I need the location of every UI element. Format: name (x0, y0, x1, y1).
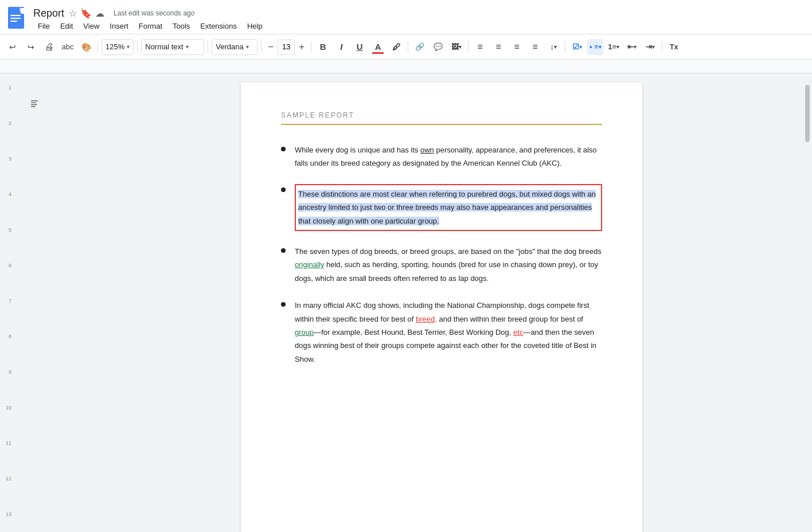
indent-more-button[interactable]: ⇥▾ (642, 39, 658, 55)
indent-less-button[interactable]: ⇤▾ (624, 39, 640, 55)
page-num-2: 2 (9, 120, 11, 126)
bullet-text-1[interactable]: While every dog is unique and has its ow… (295, 143, 602, 170)
highlight-button[interactable]: 🖊 (388, 39, 404, 55)
bullet-text-3[interactable]: The seven types of dog breeds, or breed … (295, 245, 602, 285)
link-button[interactable]: 🔗 (412, 39, 428, 55)
bookmark-icon[interactable]: 🔖 (80, 8, 92, 19)
bullet-list-button[interactable]: • ≡▾ (587, 39, 603, 55)
redo-button[interactable]: ↪ (23, 39, 39, 55)
font-size-area: − + (265, 40, 307, 54)
bullet-text-4[interactable]: In many official AKC dog shows, includin… (295, 299, 602, 366)
word-own: own (420, 146, 434, 154)
font-value: Verdana (216, 42, 243, 51)
style-arrow: ▾ (186, 44, 189, 50)
zoom-select[interactable]: 125% ▾ (102, 39, 134, 55)
word-etc: etc (513, 328, 523, 337)
page-area: 1 2 3 4 5 6 7 8 9 10 11 12 13 SAMPLE RE (0, 73, 812, 532)
bullet-text-2-selected[interactable]: These distinctions are most clear when r… (295, 184, 602, 231)
checklist-button[interactable]: ☑▾ (569, 39, 585, 55)
comment-button[interactable]: 💬 (430, 39, 446, 55)
divider-2 (137, 41, 138, 53)
page-num-9: 9 (9, 369, 11, 375)
svg-rect-3 (10, 18, 21, 19)
menu-bar: File Edit View Insert Format Tools Exten… (33, 21, 805, 32)
selected-text-2[interactable]: These distinctions are most clear when r… (298, 190, 596, 225)
menu-file[interactable]: File (33, 21, 54, 32)
page-num-10: 10 (6, 405, 11, 410)
doc-title-heading: SAMPLE REPORT (281, 111, 602, 119)
menu-edit[interactable]: Edit (56, 21, 77, 32)
italic-button[interactable]: I (333, 39, 349, 55)
scrollbar[interactable] (805, 73, 812, 532)
svg-rect-2 (10, 15, 21, 16)
right-panel (642, 73, 812, 532)
spell-check-button[interactable]: abc (60, 39, 76, 55)
bullet-item-2[interactable]: These distinctions are most clear when r… (281, 184, 602, 231)
toolbar: ↩ ↪ 🖨 abc 🎨 125% ▾ Normal text ▾ Verdana… (0, 34, 812, 60)
font-size-increase[interactable]: + (296, 41, 307, 53)
style-value: Normal text (145, 42, 183, 51)
title-row: Report ☆ 🔖 ☁ Last edit was seconds ago (33, 7, 805, 19)
star-icon[interactable]: ☆ (69, 8, 77, 19)
line-spacing-button[interactable]: ↕▾ (545, 39, 561, 55)
bullet-item-3: The seven types of dog breeds, or breed … (281, 245, 602, 285)
svg-rect-4 (10, 21, 17, 22)
word-originally: originally (295, 260, 324, 269)
divider-7 (468, 41, 469, 53)
font-size-decrease[interactable]: − (265, 41, 276, 53)
page-num-6: 6 (9, 263, 11, 268)
divider-1 (97, 41, 98, 53)
outline-icon-area[interactable] (23, 85, 46, 108)
page-num-13: 13 (6, 511, 11, 517)
bullet-dot-1 (281, 147, 286, 151)
bullet-dot-4 (281, 302, 286, 307)
num-list-button[interactable]: 1≡▾ (606, 39, 622, 55)
title-bar: Report ☆ 🔖 ☁ Last edit was seconds ago F… (0, 0, 812, 34)
scrollbar-thumb[interactable] (805, 85, 810, 142)
svg-rect-40 (31, 100, 38, 101)
cloud-icon[interactable]: ☁ (95, 8, 104, 19)
zoom-arrow: ▾ (127, 44, 130, 50)
text-color-button[interactable]: A (370, 39, 386, 55)
page-number-area: 1 2 3 4 5 6 7 8 9 10 11 12 13 (0, 73, 11, 517)
menu-tools[interactable]: Tools (168, 21, 194, 32)
underline-button[interactable]: U (352, 39, 368, 55)
page-num-1: 1 (9, 85, 11, 91)
menu-extensions[interactable]: Extensions (196, 21, 241, 32)
word-breed: breed, (416, 315, 437, 323)
page-num-4: 4 (9, 191, 11, 197)
bold-button[interactable]: B (315, 39, 331, 55)
align-right-button[interactable]: ≡ (509, 39, 525, 55)
divider-6 (408, 41, 408, 53)
undo-button[interactable]: ↩ (5, 39, 21, 55)
bullet-dot-2 (281, 187, 286, 192)
title-area: Report ☆ 🔖 ☁ Last edit was seconds ago F… (33, 7, 805, 32)
font-select[interactable]: Verdana ▾ (212, 39, 257, 55)
page-num-12: 12 (6, 476, 11, 482)
font-size-input[interactable] (278, 40, 295, 54)
document-page[interactable]: SAMPLE REPORT While every dog is unique … (241, 83, 642, 532)
menu-help[interactable]: Help (243, 21, 267, 32)
bullet-item-1: While every dog is unique and has its ow… (281, 143, 602, 170)
menu-format[interactable]: Format (134, 21, 167, 32)
zoom-value: 125% (106, 42, 124, 51)
align-left-button[interactable]: ≡ (472, 39, 488, 55)
menu-view[interactable]: View (79, 21, 104, 32)
menu-insert[interactable]: Insert (105, 21, 133, 32)
ruler: -2 -1 | 1 2 3 4 5 6 7 8 (0, 60, 812, 73)
bullet-dot-3 (281, 248, 286, 253)
align-center-button[interactable]: ≡ (490, 39, 506, 55)
image-button[interactable]: 🖼▾ (448, 39, 464, 55)
align-justify-button[interactable]: ≡ (527, 39, 543, 55)
divider-9 (662, 41, 662, 53)
divider-5 (311, 41, 311, 53)
paint-format-button[interactable]: 🎨 (78, 39, 94, 55)
bullet-item-4: In many official AKC dog shows, includin… (281, 299, 602, 366)
clear-format-button[interactable]: Tx (666, 39, 682, 55)
page-num-11: 11 (6, 440, 11, 446)
page-num-7: 7 (9, 298, 11, 304)
style-select[interactable]: Normal text ▾ (141, 39, 204, 55)
print-button[interactable]: 🖨 (41, 39, 57, 55)
title-icons: ☆ 🔖 ☁ (69, 8, 104, 19)
document-title[interactable]: Report (33, 7, 64, 19)
